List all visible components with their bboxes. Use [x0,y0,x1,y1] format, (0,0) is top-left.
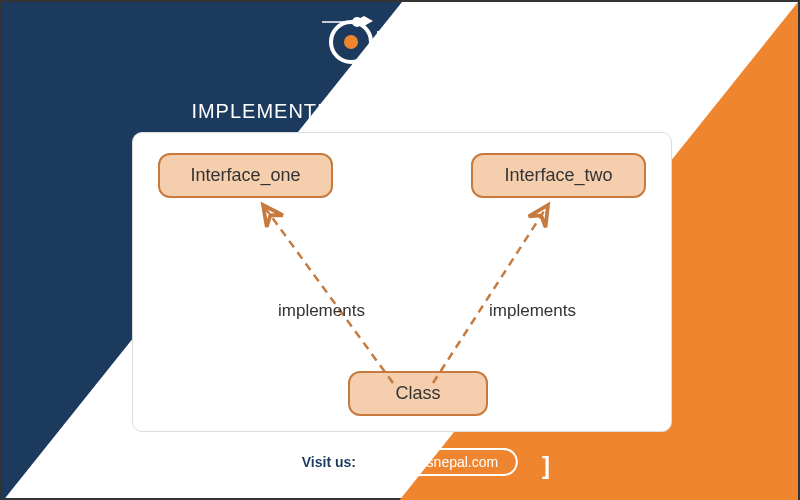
brand-logo: NLINE N otes Nepal [329,20,471,87]
implements-label-right: implements [489,301,576,321]
bracket-left-icon: [ [250,452,258,480]
visit-us-link[interactable]: Visit us: onlinenotesnepal.com [282,448,518,476]
svg-line-5 [433,205,548,383]
logo-line2: otes [396,54,425,68]
implements-label-left: implements [278,301,365,321]
visit-label: Visit us: [302,454,356,470]
page-title: IMPLEMENTING MULTIPLE INTERFACES [2,100,798,123]
uml-diagram: Interface_one Interface_two Class implem… [132,132,672,432]
logo-n-icon: N [376,56,395,87]
logo-o-icon [329,20,373,64]
visit-url: onlinenotesnepal.com [362,454,498,470]
svg-line-4 [263,205,393,383]
main-container: NLINE N otes Nepal IMPLEMENTING MULTIPLE… [0,0,800,500]
implements-arrows [133,133,673,433]
logo-line3: Nepal [396,68,425,80]
bracket-right-icon: ] [542,452,550,480]
